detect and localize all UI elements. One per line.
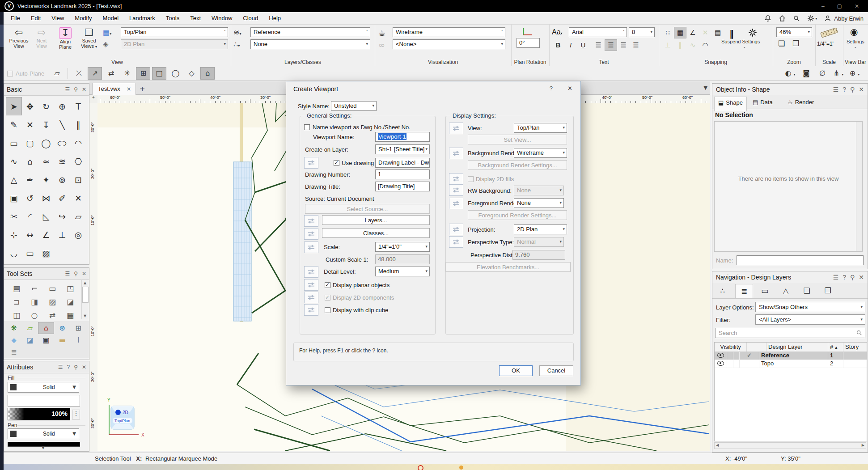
tab-close-icon[interactable]: ×	[126, 85, 131, 92]
plane-mode-icon[interactable]: ▱	[50, 67, 64, 80]
move-mode-icon[interactable]: ↗	[88, 67, 102, 80]
active-class-dropdown[interactable]: None▾	[250, 39, 370, 49]
tab-list-caret[interactable]: ▼	[704, 85, 707, 91]
line-tool[interactable]: ╲	[54, 115, 70, 134]
style-name-dropdown[interactable]: Unstyled▾	[331, 101, 377, 111]
roof-tool[interactable]: ◳	[61, 282, 79, 295]
fg-render-style-button[interactable]	[449, 198, 463, 209]
offset-tool[interactable]: ▱	[70, 207, 86, 225]
background-render-dropdown[interactable]: Wireframe▾	[514, 148, 567, 158]
menu-help[interactable]: Help	[263, 13, 286, 23]
materials-toolset[interactable]: ◪	[22, 334, 38, 346]
viewbar-settings-label[interactable]: Settings	[847, 39, 864, 44]
italic-button[interactable]: I	[564, 39, 577, 51]
polygon-tool[interactable]: ⌂	[22, 152, 38, 170]
rotate-tool[interactable]: ↺	[22, 189, 38, 207]
select-source-button[interactable]: Select Source...	[305, 204, 430, 214]
use-drawing-label-checkbox[interactable]	[334, 160, 339, 166]
polygon-lasso-icon[interactable]: ◇	[184, 67, 199, 80]
move-by-points-tool[interactable]: ⊹	[6, 225, 22, 244]
protractor-tool[interactable]: ◡	[6, 244, 22, 262]
panel-menu-icon[interactable]: ☰	[833, 274, 839, 281]
working-plane-snap-icon[interactable]: ▤	[711, 27, 724, 38]
display-clip-cube-checkbox[interactable]	[325, 307, 330, 313]
regular-polygon-tool[interactable]: ⎔	[70, 152, 86, 170]
palette-close-icon[interactable]: ✕	[82, 271, 86, 277]
planar-style-button[interactable]	[304, 279, 318, 291]
chevron-down-icon[interactable]: ⌄	[854, 44, 857, 49]
display-planar-checkbox[interactable]	[325, 282, 330, 288]
nav-tab-viewports[interactable]: ❏	[798, 284, 815, 298]
lasso-mode-icon[interactable]: ◯	[168, 67, 182, 80]
attributes-palette-header[interactable]: Attributes ☰ ? ⚲ ✕	[4, 361, 89, 373]
home-icon[interactable]	[779, 15, 786, 22]
reshape-tool[interactable]: ▣	[6, 189, 22, 207]
flyover-tool[interactable]: ↻	[38, 97, 54, 115]
panel-close-icon[interactable]: ✕	[859, 274, 864, 281]
smart-point-snap-icon[interactable]: ✕	[699, 27, 711, 38]
basic-palette-header[interactable]: Basic ☰ ⚲ ✕	[4, 84, 89, 96]
panel-close-icon[interactable]: ✕	[859, 86, 864, 93]
cancel-button[interactable]: Cancel	[539, 365, 573, 376]
intersect-tool[interactable]: ✕	[70, 189, 86, 207]
foreground-render-settings-button[interactable]: Foreground Render Settings...	[468, 210, 567, 220]
font-family-dropdown[interactable]: Arial˅	[569, 27, 627, 37]
detail-style-button[interactable]	[304, 266, 318, 278]
zoom-level-dropdown[interactable]: 46%▾	[776, 27, 812, 37]
view-style-button[interactable]	[449, 123, 463, 134]
visibility-tool[interactable]: ⊚	[54, 170, 70, 189]
palette-menu-icon[interactable]: ☰	[65, 271, 70, 277]
slab-tool[interactable]: ▭	[43, 282, 61, 295]
panel-help-icon[interactable]: ?	[843, 274, 846, 281]
circle-tool[interactable]: ◯	[38, 134, 54, 152]
create-on-layer-dropdown[interactable]: Sht-1 [Sheet Title]▾	[375, 144, 430, 154]
classes-button[interactable]: Classes...	[322, 228, 430, 238]
align-justify-button[interactable]: ☰	[630, 39, 642, 51]
hide-details-icon[interactable]: ∅	[815, 67, 830, 80]
layers-button[interactable]: Layers...	[322, 215, 430, 225]
auto-plane-toggle[interactable]: Auto-Plane	[7, 70, 44, 77]
set-view-button[interactable]: Set View...	[468, 135, 567, 144]
tape-measure-tool[interactable]: ◎	[70, 225, 86, 244]
magic-wand-tool[interactable]: ✦	[38, 170, 54, 189]
fill-color-bar[interactable]	[8, 395, 80, 406]
ok-button[interactable]: OK	[499, 365, 533, 376]
dual-move-icon[interactable]: ⇄	[104, 67, 118, 80]
arc-snap-icon[interactable]: ◠	[699, 39, 711, 51]
panel-pin-icon[interactable]: ⚲	[850, 274, 855, 281]
detail-level-dropdown[interactable]: Medium▾	[375, 267, 430, 276]
plan-rotation-input[interactable]: 0°	[517, 38, 540, 48]
notifications-bell-icon[interactable]	[764, 15, 771, 22]
maximize-button[interactable]: ▢	[837, 3, 842, 9]
dims-notes-toolset[interactable]: ▬	[54, 334, 70, 346]
nav-tab-design-layers[interactable]: ≣	[735, 284, 753, 298]
hatch-tool[interactable]: ▨	[43, 295, 61, 309]
trim-tool[interactable]: ✂	[6, 207, 22, 225]
ramp-tool[interactable]: ◪	[61, 295, 79, 309]
new-tab-button[interactable]: +	[140, 85, 145, 93]
viewport-preview-icon[interactable]: ◙	[799, 67, 813, 80]
menu-model[interactable]: Model	[97, 13, 124, 23]
menu-landmark[interactable]: Landmark	[124, 13, 161, 23]
search-input[interactable]: Search	[715, 328, 865, 338]
object-info-scrollbar[interactable]	[856, 122, 862, 251]
font-style-button[interactable]: Aa▾	[552, 28, 563, 36]
fit-page-icon[interactable]: ❏	[778, 39, 785, 48]
marquee-mode-icon[interactable]: □	[152, 67, 166, 80]
view-dropdown[interactable]: Top/Plan▾	[514, 123, 567, 133]
angle-dimension-tool[interactable]: ∠	[38, 225, 54, 244]
callout-tool[interactable]: ✎	[6, 115, 22, 134]
menu-text[interactable]: Text	[185, 13, 206, 23]
search-icon[interactable]	[793, 15, 800, 22]
parallel-snap-icon[interactable]: ∥	[674, 39, 686, 51]
render-mode-dropdown[interactable]: Wireframe˅	[393, 27, 505, 37]
layers-stack-icon[interactable]: ≋▾	[233, 28, 241, 37]
viewport-name-input[interactable]: Viewport-1	[375, 132, 430, 142]
grid-snap-icon[interactable]: ∷	[661, 27, 674, 38]
active-layer-dropdown[interactable]: Reference˅	[250, 27, 370, 37]
mirror-tool[interactable]: ⋈	[38, 189, 54, 207]
drawing-label-dropdown[interactable]: Drawing Label - Dwg▾	[375, 158, 430, 168]
chevron-down-icon[interactable]: ⌄	[743, 44, 746, 49]
extend-tool[interactable]: ↪	[54, 207, 70, 225]
underline-button[interactable]: U	[577, 39, 589, 51]
